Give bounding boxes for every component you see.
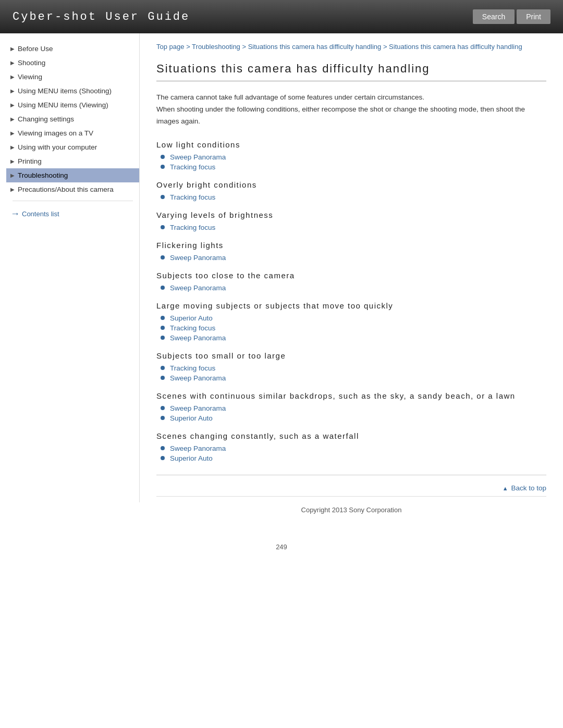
section-list-2: Tracking focus [156, 224, 546, 231]
section-link-6-1[interactable]: Sweep Panorama [170, 374, 226, 382]
section-0: Low light conditionsSweep PanoramaTracki… [156, 140, 546, 171]
section-8: Scenes changing constantly, such as a wa… [156, 431, 546, 462]
section-7: Scenes with continuous similar backdrops… [156, 391, 546, 422]
section-title-6: Subjects too small or too large [156, 351, 546, 360]
sidebar-item-0[interactable]: ▶Before Use [6, 42, 139, 56]
intro-line-2: When shooting under the following condit… [156, 104, 546, 128]
section-6: Subjects too small or too largeTracking … [156, 351, 546, 382]
sidebar-arrow-icon-3: ▶ [10, 88, 15, 94]
bullet-icon [161, 376, 165, 380]
section-link-7-1[interactable]: Superior Auto [170, 414, 213, 422]
bullet-icon [161, 416, 165, 420]
intro-text: The camera cannot take full advantage of… [156, 92, 546, 128]
page-number: 249 [0, 535, 563, 563]
breadcrumb-top[interactable]: Top page [156, 43, 185, 51]
list-item: Sweep Panorama [161, 334, 546, 342]
footer-copyright: Copyright 2013 Sony Corporation [156, 496, 546, 518]
sidebar-arrow-icon-5: ▶ [10, 116, 15, 122]
section-link-4-0[interactable]: Sweep Panorama [170, 284, 226, 292]
bullet-icon [161, 195, 165, 199]
section-2: Varying levels of brightnessTracking foc… [156, 211, 546, 231]
sidebar-arrow-icon-2: ▶ [10, 74, 15, 80]
sidebar-item-7[interactable]: ▶Using with your computer [6, 140, 139, 154]
sidebar-item-9[interactable]: ▶Troubleshooting [6, 168, 139, 182]
section-list-7: Sweep PanoramaSuperior Auto [156, 404, 546, 422]
bullet-icon [161, 446, 165, 450]
sidebar-item-1[interactable]: ▶Shooting [6, 56, 139, 70]
sidebar-arrow-icon-6: ▶ [10, 130, 15, 136]
sidebar-item-2[interactable]: ▶Viewing [6, 70, 139, 84]
section-list-6: Tracking focusSweep Panorama [156, 364, 546, 382]
list-item: Sweep Panorama [161, 153, 546, 161]
section-link-0-1[interactable]: Tracking focus [170, 163, 215, 171]
sidebar-item-10[interactable]: ▶Precautions/About this camera [6, 182, 139, 196]
section-link-0-0[interactable]: Sweep Panorama [170, 153, 226, 161]
section-3: Flickering lightsSweep Panorama [156, 241, 546, 262]
search-button[interactable]: Search [473, 9, 515, 24]
section-list-4: Sweep Panorama [156, 284, 546, 292]
sidebar-arrow-icon-4: ▶ [10, 102, 15, 108]
section-link-7-0[interactable]: Sweep Panorama [170, 404, 226, 412]
section-link-5-1[interactable]: Tracking focus [170, 324, 215, 332]
sidebar-item-label-6: Viewing images on a TV [18, 129, 93, 137]
section-title-8: Scenes changing constantly, such as a wa… [156, 431, 546, 440]
sidebar-item-6[interactable]: ▶Viewing images on a TV [6, 126, 139, 140]
sidebar-item-label-7: Using with your computer [18, 143, 97, 151]
list-item: Superior Auto [161, 454, 546, 462]
intro-line-1: The camera cannot take full advantage of… [156, 92, 546, 104]
sidebar-item-label-0: Before Use [18, 45, 53, 53]
list-item: Sweep Panorama [161, 254, 546, 262]
bullet-icon [161, 286, 165, 290]
list-item: Sweep Panorama [161, 374, 546, 382]
main-content: Top page > Troubleshooting > Situations … [140, 33, 563, 535]
list-item: Superior Auto [161, 314, 546, 322]
back-to-top-link[interactable]: ▲ Back to top [503, 484, 546, 492]
list-item: Tracking focus [161, 224, 546, 231]
breadcrumb-situations[interactable]: Situations this camera has difficulty ha… [248, 43, 382, 51]
section-list-1: Tracking focus [156, 193, 546, 201]
list-item: Tracking focus [161, 324, 546, 332]
header: Cyber-shot User Guide Search Print [0, 0, 563, 33]
list-item: Sweep Panorama [161, 445, 546, 452]
section-link-8-0[interactable]: Sweep Panorama [170, 445, 226, 452]
bullet-icon [161, 406, 165, 410]
list-item: Superior Auto [161, 414, 546, 422]
sidebar-item-4[interactable]: ▶Using MENU items (Viewing) [6, 98, 139, 112]
section-link-5-2[interactable]: Sweep Panorama [170, 334, 226, 342]
section-list-0: Sweep PanoramaTracking focus [156, 153, 546, 171]
bullet-icon [161, 326, 165, 330]
sidebar-item-label-1: Shooting [18, 59, 45, 67]
header-buttons: Search Print [473, 9, 550, 24]
bullet-icon [161, 255, 165, 260]
page-title: Situations this camera has difficulty ha… [156, 62, 546, 81]
sections-container: Low light conditionsSweep PanoramaTracki… [156, 140, 546, 462]
header-title: Cyber-shot User Guide [13, 10, 190, 23]
sidebar-arrow-icon-1: ▶ [10, 60, 15, 66]
sidebar-item-label-2: Viewing [18, 73, 42, 81]
breadcrumb-current[interactable]: Situations this camera has difficulty ha… [389, 43, 522, 51]
section-list-8: Sweep PanoramaSuperior Auto [156, 445, 546, 462]
section-link-2-0[interactable]: Tracking focus [170, 224, 215, 231]
sidebar-item-3[interactable]: ▶Using MENU items (Shooting) [6, 84, 139, 98]
section-link-3-0[interactable]: Sweep Panorama [170, 254, 226, 262]
breadcrumb-troubleshooting[interactable]: Troubleshooting [192, 43, 240, 51]
section-link-5-0[interactable]: Superior Auto [170, 314, 213, 322]
section-title-1: Overly bright conditions [156, 180, 546, 189]
sidebar-item-8[interactable]: ▶Printing [6, 154, 139, 168]
sidebar-item-label-8: Printing [18, 157, 42, 165]
list-item: Sweep Panorama [161, 284, 546, 292]
list-item: Tracking focus [161, 193, 546, 201]
section-link-8-1[interactable]: Superior Auto [170, 454, 213, 462]
section-link-1-0[interactable]: Tracking focus [170, 193, 215, 201]
sidebar: ▶Before Use▶Shooting▶Viewing▶Using MENU … [0, 33, 140, 502]
section-title-0: Low light conditions [156, 140, 546, 149]
main-layout: ▶Before Use▶Shooting▶Viewing▶Using MENU … [0, 33, 563, 535]
sidebar-arrow-icon-8: ▶ [10, 158, 15, 164]
breadcrumb: Top page > Troubleshooting > Situations … [156, 42, 546, 53]
sidebar-item-5[interactable]: ▶Changing settings [6, 112, 139, 126]
bullet-icon [161, 456, 165, 460]
contents-list-link[interactable]: → Contents list [6, 205, 139, 223]
section-link-6-0[interactable]: Tracking focus [170, 364, 215, 372]
sidebar-item-label-5: Changing settings [18, 115, 74, 123]
print-button[interactable]: Print [517, 9, 550, 24]
